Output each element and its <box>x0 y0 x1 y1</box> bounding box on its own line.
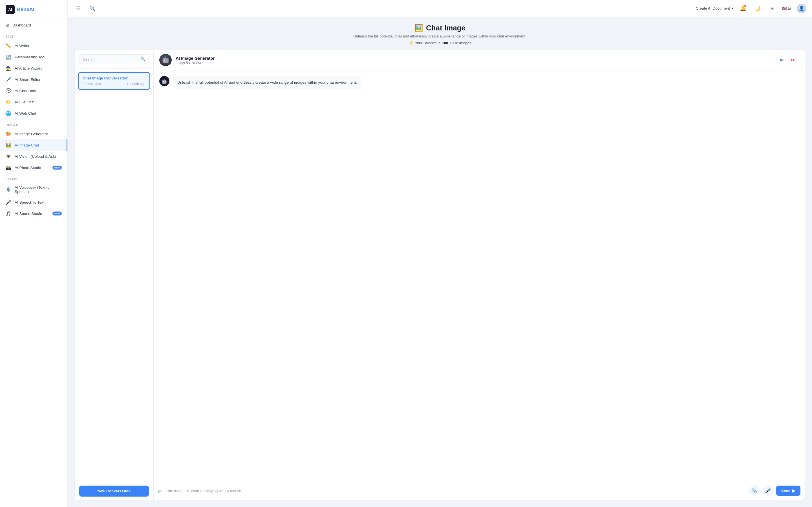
sidebar-item-ai-image-generator[interactable]: 🎨 AI Image Generator <box>0 128 67 139</box>
dark-mode-button[interactable]: 🌙 <box>753 3 763 13</box>
search-icon[interactable]: 🔍 <box>140 57 145 61</box>
web-chat-icon: 🌐 <box>6 110 11 116</box>
language-selector[interactable]: 🇺🇸 En <box>782 6 792 11</box>
bot-avatar: 🤖 <box>159 54 172 66</box>
sidebar-item-ai-speech-to-text[interactable]: 🎤 AI Speech to Text <box>0 196 67 208</box>
main-wrapper: ☰ 🔍 Create AI Document ▾ 🔔 🌙 ⊞ 🇺🇸 En 👤 <box>68 0 812 507</box>
image-chat-label: AI Image Chat <box>15 143 61 147</box>
sidebar-section-text: TEXT ✏️ AI Writer 🔄 Paraphrasing Tool 🧙 … <box>0 31 67 119</box>
expand-button[interactable]: ⊞ <box>767 3 777 13</box>
conversations-panel: 🔍 Chat Image Conversation 0 messages 1 m… <box>75 50 154 500</box>
chevron-down-icon: ▾ <box>732 6 733 10</box>
smart-editor-icon: 🖊️ <box>6 76 11 82</box>
paraphrasing-label: Paraphrasing Tool <box>15 55 62 59</box>
chat-bots-label: AI Chat Bots <box>15 89 62 93</box>
image-generator-label: AI Image Generator <box>15 132 62 136</box>
flag-icon: 🇺🇸 <box>782 6 786 11</box>
search-button[interactable]: 🔍 <box>87 3 98 13</box>
menu-toggle-button[interactable]: ☰ <box>73 3 84 13</box>
topnav-left: ☰ 🔍 <box>73 3 98 13</box>
bot-avatar-inner: 🤖 <box>159 54 172 66</box>
message-item: 🤖 Unleash the full potential of AI and e… <box>159 76 799 89</box>
pdf-export-button[interactable]: PDF <box>789 55 799 65</box>
sidebar-item-ai-file-chat[interactable]: 📁 AI File Chat <box>0 96 67 108</box>
logo-text: BlinkAI <box>17 7 35 13</box>
chat-header-actions: W PDF <box>777 55 799 65</box>
sidebar-item-ai-voiceover[interactable]: 🎙️ AI Voiceover (Text to Speech) <box>0 182 67 196</box>
photo-studio-icon: 📸 <box>6 165 11 170</box>
sidebar-section-speech: SPEECH 🎙️ AI Voiceover (Text to Speech) … <box>0 173 67 219</box>
word-icon: W <box>780 58 783 62</box>
search-container: 🔍 <box>75 50 153 69</box>
content: 🖼️ Chat Image Unleash the full potential… <box>68 17 812 507</box>
sidebar-item-ai-smart-editor[interactable]: 🖊️ AI Smart Editor <box>0 74 67 85</box>
sidebar-item-ai-writer[interactable]: ✏️ AI Writer <box>0 40 67 51</box>
file-chat-icon: 📁 <box>6 99 11 105</box>
create-ai-doc-button[interactable]: Create AI Document ▾ <box>696 6 733 10</box>
sidebar-item-ai-photo-studio[interactable]: 📸 AI Photo Studio New <box>0 162 67 173</box>
sound-studio-label: AI Sound Studio <box>15 212 49 216</box>
speech-to-text-icon: 🎤 <box>6 200 11 205</box>
microphone-button[interactable]: 🎤 <box>763 485 773 496</box>
send-label: Send <box>781 489 791 493</box>
sidebar-item-ai-article-wizard[interactable]: 🧙 AI Article Wizard <box>0 62 67 74</box>
message-avatar: 🤖 <box>159 76 169 86</box>
sidebar-item-ai-image-chat[interactable]: 🖼️ AI Image Chat <box>0 139 67 151</box>
ai-writer-icon: ✏️ <box>6 43 11 48</box>
send-icon: ▶ <box>792 489 795 493</box>
chat-header-info: AI Image Generator Image Generator <box>175 56 773 64</box>
sidebar-item-ai-sound-studio[interactable]: 🎵 AI Sound Studio New <box>0 208 67 219</box>
chat-header: 🤖 AI Image Generator Image Generator W P… <box>154 50 805 70</box>
image-chat-icon: 🖼️ <box>6 142 11 148</box>
search-input[interactable] <box>83 57 138 61</box>
attach-file-button[interactable]: 📎 <box>749 485 760 496</box>
conversations-list: Chat Image Conversation 0 messages 1 mon… <box>75 69 153 482</box>
page-title: 🖼️ Chat Image <box>74 24 805 33</box>
chat-messages: 🤖 Unleash the full potential of AI and e… <box>154 70 805 481</box>
page-subtitle: Unleash the full potential of AI and eff… <box>74 34 805 38</box>
create-doc-label: Create AI Document <box>696 6 730 10</box>
conversation-title: Chat Image Conversation <box>83 76 146 80</box>
dashboard-label: Dashboard <box>12 23 31 27</box>
section-label-speech: SPEECH <box>0 173 67 182</box>
paraphrasing-icon: 🔄 <box>6 54 11 60</box>
voiceover-label: AI Voiceover (Text to Speech) <box>15 185 62 194</box>
logo[interactable]: AI BlinkAI <box>0 0 67 19</box>
vision-icon: 👁️ <box>6 154 11 159</box>
message-text: Unleash the full potential of AI and eff… <box>173 76 361 89</box>
lang-label: En <box>788 6 792 10</box>
balance-bar: ⚡ Your Balance is 100 Dalle Images <box>74 41 805 45</box>
sidebar-section-images: IMAGES 🎨 AI Image Generator 🖼️ AI Image … <box>0 119 67 173</box>
new-conversation-button[interactable]: New Conversation <box>79 486 149 497</box>
smart-editor-label: AI Smart Editor <box>15 77 62 82</box>
logo-icon: AI <box>6 5 15 14</box>
sidebar-item-ai-chat-bots[interactable]: 💬 AI Chat Bots <box>0 85 67 96</box>
conversation-item[interactable]: Chat Image Conversation 0 messages 1 mon… <box>78 72 150 90</box>
balance-prefix: Your Balance is <box>415 41 441 45</box>
sidebar-item-dashboard[interactable]: ⊞ Dashboard <box>0 19 67 31</box>
bolt-icon: ⚡ <box>409 41 413 45</box>
notifications-button[interactable]: 🔔 <box>738 3 748 13</box>
sidebar: AI BlinkAI ⊞ Dashboard TEXT ✏️ AI Writer… <box>0 0 68 507</box>
article-wizard-label: AI Article Wizard <box>15 66 62 70</box>
message-count: 0 messages <box>83 82 101 86</box>
user-avatar[interactable]: 👤 <box>797 4 806 13</box>
web-chat-label: AI Web Chat <box>15 111 62 115</box>
sidebar-item-ai-vision[interactable]: 👁️ AI Vision (Upload & Ask) <box>0 151 67 162</box>
sidebar-item-paraphrasing-tool[interactable]: 🔄 Paraphrasing Tool <box>0 51 67 62</box>
sidebar-item-ai-web-chat[interactable]: 🌐 AI Web Chat <box>0 108 67 119</box>
chat-bots-icon: 💬 <box>6 88 11 94</box>
page-header: 🖼️ Chat Image Unleash the full potential… <box>74 24 805 45</box>
conversation-meta: 0 messages 1 month ago <box>83 82 146 86</box>
word-export-button[interactable]: W <box>777 55 787 65</box>
photo-studio-label: AI Photo Studio <box>15 166 49 170</box>
topnav-right: Create AI Document ▾ 🔔 🌙 ⊞ 🇺🇸 En 👤 <box>696 3 806 13</box>
photo-studio-badge: New <box>52 166 62 170</box>
message-input[interactable] <box>158 489 746 493</box>
chat-container: 🔍 Chat Image Conversation 0 messages 1 m… <box>74 50 805 500</box>
send-button[interactable]: Send ▶ <box>776 486 801 496</box>
search-box: 🔍 <box>79 54 149 64</box>
topnav: ☰ 🔍 Create AI Document ▾ 🔔 🌙 ⊞ 🇺🇸 En 👤 <box>68 0 812 17</box>
page-title-icon: 🖼️ <box>414 24 423 33</box>
sound-studio-icon: 🎵 <box>6 211 11 216</box>
